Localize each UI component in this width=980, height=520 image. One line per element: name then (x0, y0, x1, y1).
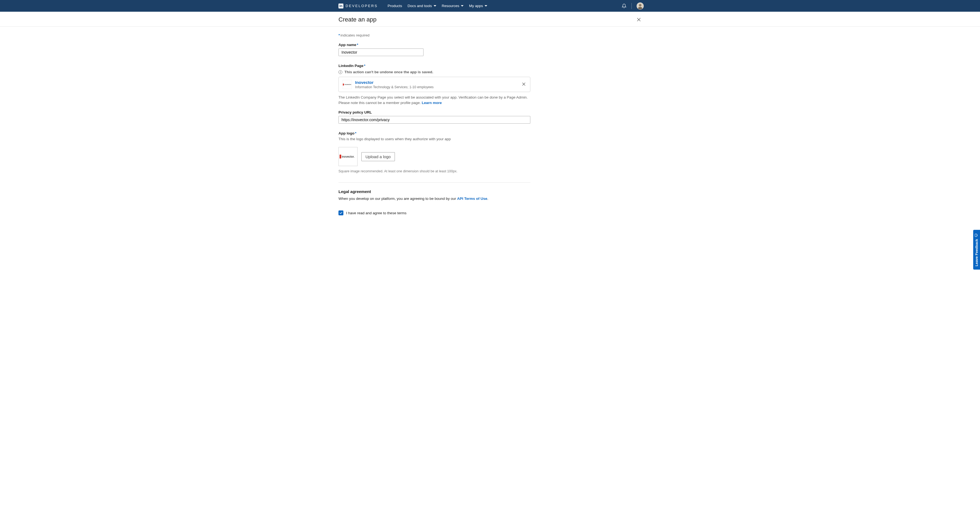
title-bar: Create an app (0, 12, 980, 27)
nav-inner: in DEVELOPERS Products Docs and tools Re… (336, 2, 644, 10)
app-name-label: App name* (339, 43, 530, 47)
privacy-url-input[interactable] (339, 116, 530, 124)
app-logo-desc: This is the logo displayed to users when… (339, 137, 530, 141)
agree-checkbox[interactable] (339, 211, 344, 216)
logo-row: inovector. Upload a logo (339, 147, 530, 166)
nav-products[interactable]: Products (388, 4, 402, 8)
company-name[interactable]: Inovector (355, 80, 518, 85)
linkedin-page-help: The LinkedIn Company Page you select wil… (339, 95, 530, 105)
agree-checkbox-row: I have read and agree to these terms (339, 211, 530, 216)
svg-point-1 (638, 7, 643, 9)
company-subtitle: Information Technology & Services; 1-10 … (355, 85, 518, 89)
selected-company-card: inovector. Inovector Information Technol… (339, 77, 530, 92)
nav-label: Docs and tools (407, 4, 432, 8)
company-logo: inovector. (342, 80, 352, 89)
company-logo-text: inovector. (344, 84, 352, 85)
logo-preview: inovector. (339, 147, 358, 166)
api-terms-link[interactable]: API Terms of Use (457, 197, 487, 201)
nav-label: Resources (442, 4, 460, 8)
company-info: Inovector Information Technology & Servi… (355, 80, 518, 89)
close-icon[interactable] (636, 17, 641, 22)
undo-warning: i This action can't be undone once the a… (339, 70, 530, 74)
legal-text: When you develop on our platform, you ar… (339, 197, 530, 201)
logo-swatch (340, 155, 341, 159)
remove-company-icon[interactable] (521, 82, 526, 87)
warning-text: This action can't be undone once the app… (344, 70, 433, 74)
form-content: *indicates required App name* LinkedIn P… (336, 27, 644, 226)
upload-logo-button[interactable]: Upload a logo (361, 152, 395, 161)
svg-point-0 (639, 4, 641, 6)
notifications-icon[interactable] (622, 3, 627, 8)
nav-my-apps[interactable]: My apps (469, 4, 487, 8)
learn-more-link[interactable]: Learn more (422, 101, 442, 105)
brand-text: DEVELOPERS (345, 4, 378, 8)
linkedin-logo-icon: in (339, 3, 344, 8)
brand-logo[interactable]: in DEVELOPERS (339, 3, 378, 8)
nav-right (622, 2, 644, 10)
agree-checkbox-label: I have read and agree to these terms (346, 211, 406, 215)
app-logo-label: App logo* (339, 131, 530, 135)
section-divider (339, 182, 530, 183)
nav-label: Products (388, 4, 402, 8)
nav-label: My apps (469, 4, 483, 8)
top-nav: in DEVELOPERS Products Docs and tools Re… (0, 0, 980, 12)
logo-preview-text: inovector. (342, 155, 355, 158)
nav-docs-tools[interactable]: Docs and tools (407, 4, 436, 8)
page-title: Create an app (339, 16, 376, 23)
privacy-url-label: Privacy policy URL (339, 110, 530, 114)
chevron-down-icon (485, 5, 487, 6)
linkedin-page-label: LinkedIn Page* (339, 64, 530, 68)
avatar[interactable] (636, 2, 644, 10)
logo-hint: Square image recommended. At least one d… (339, 169, 530, 173)
nav-resources[interactable]: Resources (442, 4, 464, 8)
required-hint: *indicates required (339, 33, 530, 37)
legal-title: Legal agreement (339, 189, 530, 194)
nav-links: Products Docs and tools Resources My app… (388, 4, 487, 8)
nav-divider (632, 3, 632, 9)
app-name-input[interactable] (339, 48, 423, 56)
logo-swatch (343, 84, 344, 86)
info-icon: i (339, 70, 342, 74)
chevron-down-icon (434, 5, 436, 6)
chevron-down-icon (461, 5, 464, 6)
